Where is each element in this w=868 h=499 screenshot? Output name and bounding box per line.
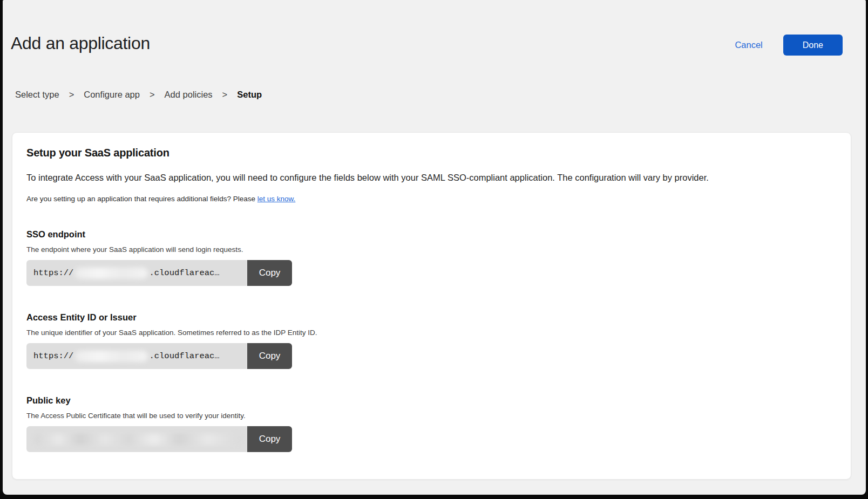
public-key-label: Public key: [26, 395, 836, 406]
access-entity-id-copy-button[interactable]: Copy: [247, 343, 292, 369]
access-entity-id-value-prefix: https://: [33, 351, 73, 361]
page-title: Add an application: [11, 31, 150, 55]
public-key-copy-button[interactable]: Copy: [247, 426, 292, 452]
public-key-value: [26, 426, 247, 452]
access-entity-id-value: https:// .cloudflareac…: [26, 343, 247, 369]
breadcrumb-step-setup: Setup: [237, 89, 262, 100]
public-key-value-row: Copy: [26, 426, 292, 452]
breadcrumb-separator: >: [69, 89, 74, 100]
sso-endpoint-description: The endpoint where your SaaS application…: [26, 245, 836, 254]
breadcrumb-separator: >: [222, 89, 228, 100]
card-intro-text: To integrate Access with your SaaS appli…: [26, 172, 836, 183]
sso-endpoint-value-row: https:// .cloudflareac… Copy: [26, 260, 292, 286]
breadcrumb: Select type > Configure app > Add polici…: [3, 89, 866, 100]
field-public-key: Public key The Access Public Certificate…: [26, 395, 836, 452]
sso-endpoint-value-prefix: https://: [33, 268, 73, 278]
setup-card: Setup your SaaS application To integrate…: [12, 132, 851, 480]
sso-endpoint-copy-button[interactable]: Copy: [247, 260, 292, 286]
header-actions: Cancel Done: [735, 35, 843, 56]
redacted-text-blur: [74, 351, 148, 362]
access-entity-id-label: Access Entity ID or Issuer: [26, 312, 836, 323]
card-heading: Setup your SaaS application: [26, 147, 836, 159]
page-header: Add an application Cancel Done: [3, 0, 866, 56]
access-entity-id-value-row: https:// .cloudflareac… Copy: [26, 343, 292, 369]
card-note: Are you setting up an application that r…: [26, 195, 836, 203]
redacted-text-blur: [35, 434, 241, 445]
breadcrumb-step-configure-app[interactable]: Configure app: [84, 89, 140, 100]
breadcrumb-step-add-policies[interactable]: Add policies: [165, 89, 213, 100]
public-key-description: The Access Public Certificate that will …: [26, 412, 836, 420]
cancel-button[interactable]: Cancel: [735, 40, 762, 50]
app-window: Add an application Cancel Done Select ty…: [3, 0, 866, 495]
field-sso-endpoint: SSO endpoint The endpoint where your Saa…: [26, 229, 836, 286]
breadcrumb-step-select-type[interactable]: Select type: [15, 89, 59, 100]
sso-endpoint-label: SSO endpoint: [26, 229, 836, 240]
done-button[interactable]: Done: [783, 35, 843, 56]
sso-endpoint-value: https:// .cloudflareac…: [26, 260, 247, 286]
card-note-text: Are you setting up an application that r…: [26, 195, 257, 203]
let-us-know-link[interactable]: let us know.: [257, 195, 296, 203]
access-entity-id-description: The unique identifier of your SaaS appli…: [26, 329, 836, 337]
access-entity-id-value-suffix: .cloudflareac…: [149, 351, 219, 361]
breadcrumb-separator: >: [150, 89, 155, 100]
sso-endpoint-value-suffix: .cloudflareac…: [149, 268, 219, 278]
field-access-entity-id: Access Entity ID or Issuer The unique id…: [26, 312, 836, 369]
redacted-text-blur: [74, 268, 148, 279]
